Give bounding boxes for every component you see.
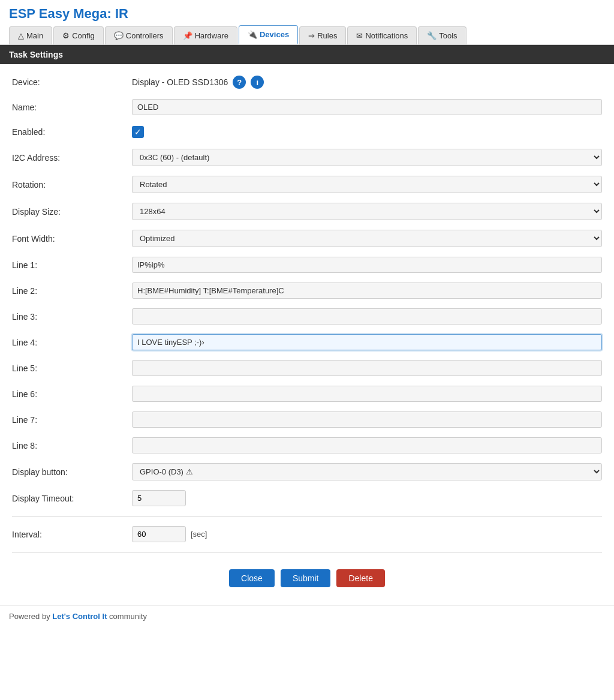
rotation-row: Rotation: Normal Rotated <box>12 171 602 198</box>
display-button-label: Display button: <box>12 467 132 477</box>
info-button[interactable]: i <box>251 76 264 89</box>
font-width-control: Optimized Normal <box>132 230 602 247</box>
controllers-icon: 💬 <box>114 31 124 40</box>
display-size-label: Display Size: <box>12 207 132 217</box>
line2-control <box>132 283 602 299</box>
tab-controllers[interactable]: 💬 Controllers <box>105 26 173 44</box>
sec-label: [sec] <box>191 530 207 539</box>
line5-control <box>132 360 602 376</box>
i2c-label: I2C Address: <box>12 153 132 163</box>
name-control <box>132 99 602 115</box>
name-row: Name: <box>12 94 602 120</box>
line2-row: Line 2: <box>12 278 602 304</box>
line7-control <box>132 411 602 428</box>
font-width-label: Font Width: <box>12 234 132 244</box>
enabled-label: Enabled: <box>12 127 132 137</box>
line6-label: Line 6: <box>12 389 132 399</box>
tab-config[interactable]: ⚙ Config <box>53 26 104 44</box>
line1-control <box>132 257 602 273</box>
footer-text: Powered by <box>9 612 52 621</box>
interval-label: Interval: <box>12 530 132 539</box>
font-width-select[interactable]: Optimized Normal <box>132 230 602 247</box>
tab-hardware[interactable]: 📌 Hardware <box>174 26 237 44</box>
nav-tabs: △ Main ⚙ Config 💬 Controllers 📌 Hardware… <box>9 25 605 44</box>
line3-control <box>132 308 602 325</box>
task-settings-header: Task Settings <box>0 45 614 64</box>
i2c-row: I2C Address: 0x3C (60) - (default) 0x3D … <box>12 144 602 171</box>
line8-input[interactable] <box>132 437 602 453</box>
footer-link[interactable]: Let's Control It <box>52 612 107 621</box>
header: ESP Easy Mega: IR △ Main ⚙ Config 💬 Cont… <box>0 0 614 45</box>
line3-input[interactable] <box>132 308 602 325</box>
interval-input[interactable] <box>132 526 186 542</box>
font-width-row: Font Width: Optimized Normal <box>12 225 602 252</box>
line8-row: Line 8: <box>12 432 602 458</box>
interval-row: Interval: [sec] <box>12 521 602 547</box>
hardware-icon: 📌 <box>183 31 192 40</box>
line4-input[interactable] <box>132 334 602 350</box>
rules-icon: ⇒ <box>308 31 315 40</box>
device-control: Display - OLED SSD1306 ? i <box>132 76 602 89</box>
i2c-select[interactable]: 0x3C (60) - (default) 0x3D (61) <box>132 149 602 166</box>
display-size-select[interactable]: 128x64 128x32 <box>132 203 602 220</box>
action-buttons: Close Submit Delete <box>12 557 602 599</box>
submit-button[interactable]: Submit <box>281 569 331 587</box>
config-icon: ⚙ <box>62 31 70 40</box>
line1-input[interactable] <box>132 257 602 273</box>
line7-row: Line 7: <box>12 407 602 432</box>
rotation-select[interactable]: Normal Rotated <box>132 176 602 193</box>
display-timeout-label: Display Timeout: <box>12 494 132 503</box>
footer: Powered by Let's Control It community <box>0 605 614 627</box>
line6-input[interactable] <box>132 386 602 402</box>
tab-devices[interactable]: 🔌 Devices <box>239 25 298 44</box>
display-timeout-input[interactable] <box>132 490 186 506</box>
line4-row: Line 4: <box>12 329 602 355</box>
divider-1 <box>12 516 602 516</box>
display-timeout-row: Display Timeout: <box>12 485 602 511</box>
help-button[interactable]: ? <box>233 76 246 89</box>
delete-button[interactable]: Delete <box>336 569 384 587</box>
display-button-select[interactable]: GPIO-0 (D3) ⚠ GPIO-2 (D4) GPIO-4 (D2) GP… <box>132 463 602 480</box>
line8-control <box>132 437 602 453</box>
device-value: Display - OLED SSD1306 <box>132 77 228 87</box>
line5-row: Line 5: <box>12 355 602 381</box>
enabled-checkbox[interactable]: ✓ <box>132 126 144 138</box>
line7-input[interactable] <box>132 411 602 428</box>
rotation-control: Normal Rotated <box>132 176 602 193</box>
close-button[interactable]: Close <box>229 569 275 587</box>
i2c-control: 0x3C (60) - (default) 0x3D (61) <box>132 149 602 166</box>
display-button-control: GPIO-0 (D3) ⚠ GPIO-2 (D4) GPIO-4 (D2) GP… <box>132 463 602 480</box>
display-size-row: Display Size: 128x64 128x32 <box>12 198 602 225</box>
tools-icon: 🔧 <box>427 31 437 40</box>
notifications-icon: ✉ <box>356 31 363 40</box>
display-timeout-control <box>132 490 602 506</box>
device-value-row: Display - OLED SSD1306 ? i <box>132 76 264 89</box>
line4-control <box>132 334 602 350</box>
tab-main[interactable]: △ Main <box>9 26 52 44</box>
tab-notifications[interactable]: ✉ Notifications <box>347 26 417 44</box>
interval-control: [sec] <box>132 526 602 542</box>
line2-input[interactable] <box>132 283 602 299</box>
enabled-control: ✓ <box>132 126 602 138</box>
line7-label: Line 7: <box>12 415 132 425</box>
divider-2 <box>12 552 602 552</box>
line8-label: Line 8: <box>12 441 132 450</box>
line5-input[interactable] <box>132 360 602 376</box>
footer-suffix: community <box>107 612 146 621</box>
app-title: ESP Easy Mega: IR <box>9 6 605 22</box>
tab-rules[interactable]: ⇒ Rules <box>299 26 346 44</box>
name-label: Name: <box>12 103 132 112</box>
line1-label: Line 1: <box>12 260 132 270</box>
rotation-label: Rotation: <box>12 180 132 190</box>
device-row: Device: Display - OLED SSD1306 ? i <box>12 70 602 94</box>
line6-row: Line 6: <box>12 381 602 407</box>
line3-row: Line 3: <box>12 304 602 329</box>
line2-label: Line 2: <box>12 286 132 296</box>
tab-tools[interactable]: 🔧 Tools <box>418 26 466 44</box>
display-size-control: 128x64 128x32 <box>132 203 602 220</box>
line4-label: Line 4: <box>12 338 132 347</box>
form-body: Device: Display - OLED SSD1306 ? i Name:… <box>0 64 614 605</box>
line5-label: Line 5: <box>12 363 132 373</box>
name-input[interactable] <box>132 99 602 115</box>
main-icon: △ <box>18 31 24 40</box>
